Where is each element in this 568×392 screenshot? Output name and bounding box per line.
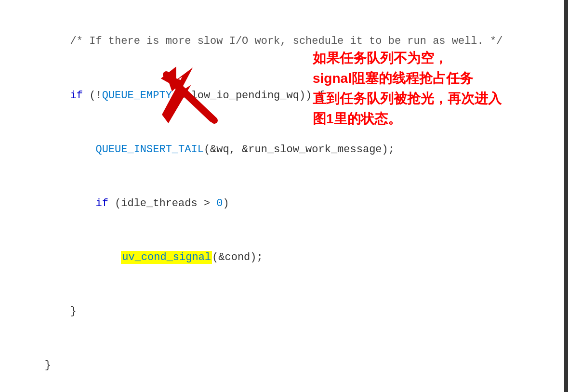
annotation-line3: 直到任务队列被抢光，再次进入: [313, 91, 502, 106]
code-line-4: if (idle_threads > 0): [19, 177, 549, 231]
annotation-box: 如果任务队列不为空， signal阻塞的线程抢占任务 直到任务队列被抢光，再次进…: [313, 48, 563, 129]
annotation-signal: signal: [313, 71, 352, 86]
right-border: [564, 0, 568, 392]
annotation-text: 如果任务队列不为空， signal阻塞的线程抢占任务 直到任务队列被抢光，再次进…: [313, 48, 563, 129]
code-line-7: }: [19, 339, 549, 392]
code-line-5: uv_cond_signal(&cond);: [19, 231, 549, 285]
annotation-line2: signal阻塞的线程抢占任务: [313, 71, 473, 86]
red-arrow-icon: [142, 63, 229, 125]
annotation-line4: 图1里的状态。: [313, 111, 401, 126]
code-line-6: }: [19, 285, 549, 339]
annotation-line1: 如果任务队列不为空，: [313, 51, 448, 65]
code-line-3: QUEUE_INSERT_TAIL(&wq, &run_slow_work_me…: [19, 122, 549, 176]
